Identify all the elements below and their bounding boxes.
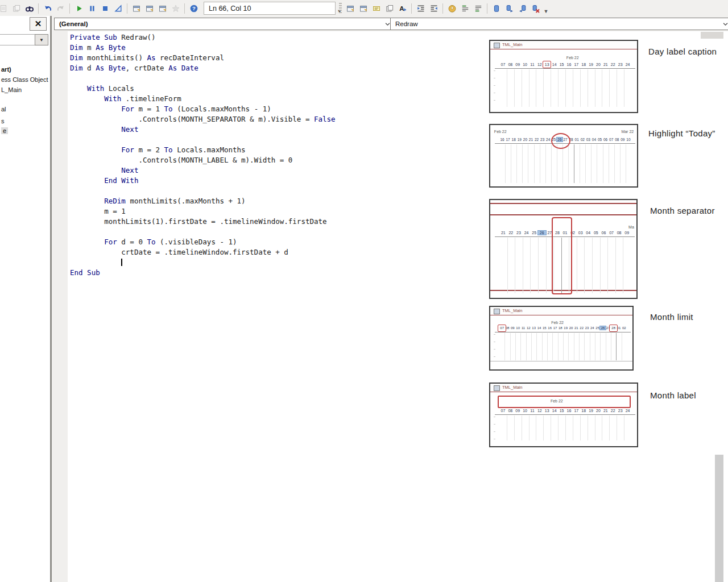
quick-info-icon[interactable] <box>370 2 383 15</box>
day-cell: 10 <box>522 63 529 66</box>
clear-bookmarks-icon[interactable] <box>529 2 542 15</box>
list-constants-icon[interactable] <box>357 2 370 15</box>
day-cell: 22 <box>609 63 617 66</box>
list-properties-icon[interactable] <box>344 2 357 15</box>
day-cell: 11 <box>520 326 526 330</box>
grid-line <box>614 144 615 183</box>
grid-line <box>531 333 532 360</box>
red-annotation-box <box>498 396 631 408</box>
day-cell: 08 <box>507 63 514 66</box>
properties-window-icon[interactable] <box>143 2 156 15</box>
red-annotation-box <box>609 325 618 332</box>
copy-icon <box>0 2 10 15</box>
grid-line <box>562 144 563 183</box>
timeline-band-line <box>495 68 635 69</box>
day-cell: 09 <box>514 63 522 66</box>
day-cell: 21 <box>499 231 507 235</box>
red-annotation-box <box>552 217 572 294</box>
editor-scrollbar-thumb[interactable] <box>715 455 723 582</box>
break-icon[interactable] <box>85 2 98 15</box>
toggle-bookmark-icon[interactable] <box>490 2 503 15</box>
row-tick-marks <box>494 70 495 106</box>
panel-item[interactable]: al <box>1 106 6 113</box>
previous-bookmark-icon[interactable] <box>516 2 529 15</box>
toolbar-separator <box>127 3 127 14</box>
day-cell: 21 <box>574 326 579 330</box>
day-cell: 17 <box>505 138 511 142</box>
complete-word-icon[interactable]: A <box>396 2 409 15</box>
help-icon[interactable]: ? <box>187 2 200 15</box>
breakpoint-gutter[interactable] <box>52 31 68 582</box>
code-line: m = 1 <box>68 206 336 217</box>
day-cell: 16 <box>565 63 573 66</box>
day-cell: 12 <box>526 326 531 330</box>
timeline-bottom-line <box>490 361 632 361</box>
day-cell: 21 <box>602 63 609 66</box>
comment-block-icon[interactable] <box>458 2 471 15</box>
find-icon[interactable] <box>23 2 36 15</box>
toolbar-separator <box>411 3 412 14</box>
panel-item[interactable]: e <box>1 127 8 134</box>
grid-line <box>595 69 595 107</box>
window-border-line <box>490 203 636 204</box>
panel-item[interactable]: art) <box>1 66 11 73</box>
day-cell: 15 <box>558 63 565 66</box>
code-line: Dim monthLimits() As recDateInterval <box>68 53 336 63</box>
panel-item[interactable]: ess Class Object <box>1 76 48 83</box>
day-cell: 10 <box>515 326 520 330</box>
reset-icon[interactable] <box>98 2 111 15</box>
uncomment-block-icon[interactable] <box>471 2 485 15</box>
grid-line <box>530 238 531 293</box>
indent-icon[interactable] <box>414 2 427 15</box>
grid-line <box>538 238 539 293</box>
day-cell: 06 <box>603 138 609 142</box>
parameter-info-icon[interactable] <box>383 2 396 15</box>
project-explorer-icon[interactable] <box>130 2 143 15</box>
next-bookmark-icon[interactable] <box>503 2 516 15</box>
procedure-combobox-value: Redraw <box>395 20 418 27</box>
mini-window-title: TML_Main <box>502 385 522 390</box>
day-cell: 20 <box>522 138 528 142</box>
window-border-line <box>490 214 636 215</box>
grid-line <box>597 144 597 183</box>
outdent-icon[interactable] <box>427 2 440 15</box>
code-line: crtDate = .timelineWindow.firstDate + d <box>68 247 336 257</box>
toggle-breakpoint-icon[interactable] <box>445 2 458 15</box>
panel-dropdown-button[interactable]: ▼ <box>35 34 48 45</box>
panel-item[interactable]: s <box>1 118 5 124</box>
grid-line <box>588 415 588 440</box>
edit-toolbar-options-icon[interactable]: ▼ <box>542 1 550 15</box>
object-browser-icon[interactable] <box>156 2 169 15</box>
grid-line <box>516 144 517 183</box>
day-cell: 14 <box>551 63 558 66</box>
code-line: With Locals <box>68 84 336 94</box>
grid-line <box>568 144 569 183</box>
grid-line <box>526 333 527 360</box>
toolbar-strip: ?Ln 66, Col 10▼ A▼ <box>0 0 728 16</box>
grid-line <box>505 144 506 183</box>
day-cell: 08 <box>507 409 514 413</box>
timeline-month-separator: Ma2122232425262728010203040506070809 <box>489 199 638 299</box>
run-icon[interactable] <box>72 2 85 15</box>
panel-close-button[interactable]: ✕ <box>30 17 47 31</box>
toolbar-grip[interactable] <box>339 3 342 14</box>
red-annotation-box <box>498 325 506 332</box>
design-mode-icon[interactable] <box>111 2 125 15</box>
grid-line <box>622 333 622 360</box>
grid-line <box>573 69 573 107</box>
panel-item[interactable]: L_Main <box>1 86 22 93</box>
toolbox-icon <box>169 2 182 15</box>
grid-line <box>585 144 586 183</box>
code-line: Dim m As Byte <box>68 43 336 53</box>
day-cell: 09 <box>514 409 522 413</box>
grid-line <box>540 144 540 183</box>
panel-combobox[interactable] <box>0 34 36 45</box>
grid-line <box>573 415 573 440</box>
procedure-combobox[interactable]: Redraw <box>390 18 728 30</box>
day-cell: 19 <box>588 63 595 66</box>
object-combobox[interactable]: (General) <box>54 18 395 30</box>
day-cell: 03 <box>577 231 585 235</box>
undo-icon[interactable] <box>41 2 54 15</box>
day-cell: 22 <box>609 409 617 413</box>
grid-line <box>552 333 553 360</box>
